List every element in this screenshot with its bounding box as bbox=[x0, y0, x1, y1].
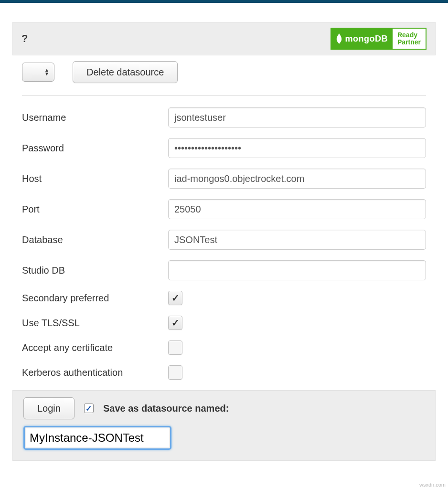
check-icon: ✓ bbox=[171, 318, 180, 328]
database-label: Database bbox=[22, 234, 168, 245]
mongodb-label: mongoDB bbox=[345, 34, 387, 44]
toolbar-divider bbox=[22, 96, 426, 96]
header-bar: ? mongoDB Ready Partner bbox=[12, 22, 436, 55]
partner-badge-text: Ready Partner bbox=[393, 29, 426, 49]
accept-cert-row: Accept any certificate bbox=[22, 340, 426, 355]
database-input[interactable] bbox=[168, 230, 426, 250]
partner-line1: Ready bbox=[397, 32, 417, 39]
tls-label: Use TLS/SSL bbox=[22, 318, 168, 329]
leaf-icon bbox=[335, 33, 343, 44]
username-input[interactable] bbox=[168, 107, 426, 128]
secondary-preferred-row: Secondary preferred ✓ bbox=[22, 291, 426, 305]
password-label: Password bbox=[22, 143, 168, 154]
secondary-preferred-label: Secondary preferred bbox=[22, 293, 168, 304]
stepper-arrows-icon: ▲ ▼ bbox=[44, 68, 49, 76]
help-icon[interactable]: ? bbox=[21, 32, 28, 45]
check-icon: ✓ bbox=[85, 404, 92, 413]
host-label: Host bbox=[22, 173, 168, 184]
save-as-label: Save as datasource named: bbox=[103, 403, 229, 414]
port-input[interactable] bbox=[168, 199, 426, 219]
datasource-name-wrap bbox=[23, 426, 425, 450]
connection-form: Username Password Host Port Database Stu… bbox=[22, 107, 426, 380]
app-top-border bbox=[0, 0, 448, 3]
host-input[interactable] bbox=[168, 169, 426, 189]
password-input[interactable] bbox=[168, 138, 426, 158]
accept-cert-label: Accept any certificate bbox=[22, 342, 168, 353]
datasource-toolbar: ▲ ▼ Delete datasource bbox=[22, 61, 436, 83]
login-footer-panel: Login ✓ Save as datasource named: bbox=[12, 390, 436, 461]
datasource-name-field-focus bbox=[23, 426, 171, 450]
mongodb-partner-badge: mongoDB Ready Partner bbox=[331, 28, 427, 50]
partner-line2: Partner bbox=[397, 39, 421, 46]
host-row: Host bbox=[22, 169, 426, 189]
studiodb-input[interactable] bbox=[168, 260, 426, 280]
port-label: Port bbox=[22, 204, 168, 215]
datasource-stepper[interactable]: ▲ ▼ bbox=[22, 63, 54, 82]
login-row: Login ✓ Save as datasource named: bbox=[23, 397, 425, 419]
tls-checkbox[interactable]: ✓ bbox=[168, 316, 182, 330]
delete-datasource-button[interactable]: Delete datasource bbox=[73, 61, 178, 83]
database-row: Database bbox=[22, 230, 426, 250]
page-container: ? mongoDB Ready Partner ▲ ▼ Delete datas… bbox=[0, 22, 448, 461]
kerberos-row: Kerberos authentication bbox=[22, 365, 426, 380]
login-button[interactable]: Login bbox=[23, 397, 75, 419]
accept-cert-checkbox[interactable] bbox=[168, 340, 182, 355]
kerberos-label: Kerberos authentication bbox=[22, 367, 168, 378]
mongodb-logo: mongoDB bbox=[331, 29, 392, 49]
password-row: Password bbox=[22, 138, 426, 158]
secondary-preferred-checkbox[interactable]: ✓ bbox=[168, 291, 182, 305]
username-label: Username bbox=[22, 112, 168, 123]
datasource-name-input[interactable] bbox=[26, 428, 169, 447]
save-as-checkbox[interactable]: ✓ bbox=[84, 404, 94, 413]
kerberos-checkbox[interactable] bbox=[168, 365, 182, 380]
chevron-down-icon: ▼ bbox=[44, 72, 49, 76]
studiodb-row: Studio DB bbox=[22, 260, 426, 280]
tls-row: Use TLS/SSL ✓ bbox=[22, 316, 426, 330]
port-row: Port bbox=[22, 199, 426, 219]
username-row: Username bbox=[22, 107, 426, 128]
studiodb-label: Studio DB bbox=[22, 265, 168, 276]
check-icon: ✓ bbox=[171, 293, 180, 303]
